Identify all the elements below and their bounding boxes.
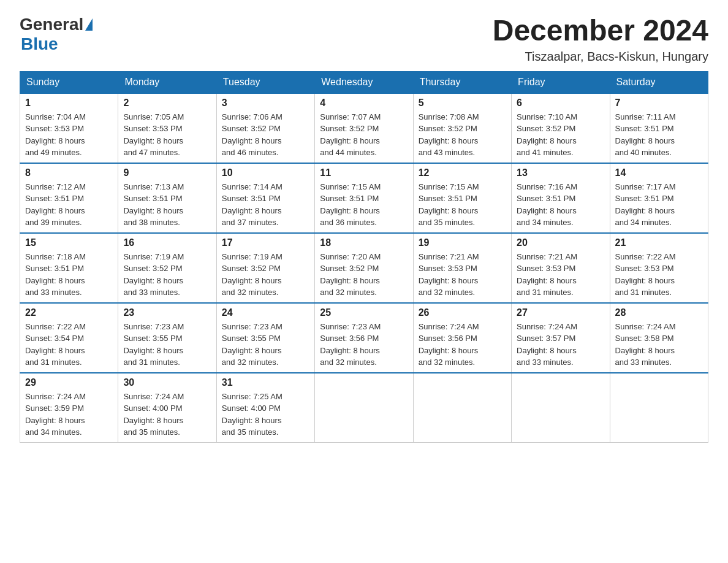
day-number: 3 xyxy=(222,98,309,109)
day-info: Sunrise: 7:15 AM Sunset: 3:51 PM Dayligh… xyxy=(419,181,506,229)
calendar-week-row: 15 Sunrise: 7:18 AM Sunset: 3:51 PM Dayl… xyxy=(20,233,708,303)
calendar-day-cell: 28 Sunrise: 7:24 AM Sunset: 3:58 PM Dayl… xyxy=(610,303,708,373)
day-number: 25 xyxy=(320,307,408,318)
calendar-day-cell: 23 Sunrise: 7:23 AM Sunset: 3:55 PM Dayl… xyxy=(118,303,216,373)
calendar-week-row: 22 Sunrise: 7:22 AM Sunset: 3:54 PM Dayl… xyxy=(20,303,708,373)
day-info: Sunrise: 7:24 AM Sunset: 3:56 PM Dayligh… xyxy=(419,321,506,369)
day-info: Sunrise: 7:23 AM Sunset: 3:55 PM Dayligh… xyxy=(123,321,211,369)
calendar-day-cell: 19 Sunrise: 7:21 AM Sunset: 3:53 PM Dayl… xyxy=(413,233,511,303)
calendar-day-cell: 11 Sunrise: 7:15 AM Sunset: 3:51 PM Dayl… xyxy=(315,163,413,233)
calendar-day-cell: 14 Sunrise: 7:17 AM Sunset: 3:51 PM Dayl… xyxy=(610,163,708,233)
day-of-week-header: Thursday xyxy=(413,71,511,93)
day-number: 18 xyxy=(320,237,408,248)
day-number: 5 xyxy=(419,98,506,109)
day-info: Sunrise: 7:20 AM Sunset: 3:52 PM Dayligh… xyxy=(320,251,408,299)
logo-blue-text: Blue xyxy=(21,34,58,54)
day-info: Sunrise: 7:12 AM Sunset: 3:51 PM Dayligh… xyxy=(25,181,113,229)
day-number: 1 xyxy=(25,98,113,109)
calendar-day-cell: 2 Sunrise: 7:05 AM Sunset: 3:53 PM Dayli… xyxy=(118,93,216,163)
day-number: 28 xyxy=(615,307,703,318)
calendar-day-cell xyxy=(512,373,610,443)
day-info: Sunrise: 7:06 AM Sunset: 3:52 PM Dayligh… xyxy=(222,111,309,159)
calendar-day-cell xyxy=(315,373,413,443)
day-of-week-header: Friday xyxy=(512,71,610,93)
day-number: 24 xyxy=(222,307,309,318)
calendar-day-cell: 24 Sunrise: 7:23 AM Sunset: 3:55 PM Dayl… xyxy=(216,303,314,373)
location-subtitle: Tiszaalpar, Bacs-Kiskun, Hungary xyxy=(493,50,708,64)
day-info: Sunrise: 7:22 AM Sunset: 3:54 PM Dayligh… xyxy=(25,321,113,369)
calendar-week-row: 8 Sunrise: 7:12 AM Sunset: 3:51 PM Dayli… xyxy=(20,163,708,233)
calendar-day-cell: 3 Sunrise: 7:06 AM Sunset: 3:52 PM Dayli… xyxy=(216,93,314,163)
day-number: 7 xyxy=(615,98,703,109)
day-number: 14 xyxy=(615,167,703,178)
calendar-table: SundayMondayTuesdayWednesdayThursdayFrid… xyxy=(20,71,708,443)
day-info: Sunrise: 7:11 AM Sunset: 3:51 PM Dayligh… xyxy=(615,111,703,159)
calendar-day-cell: 18 Sunrise: 7:20 AM Sunset: 3:52 PM Dayl… xyxy=(315,233,413,303)
day-number: 11 xyxy=(320,167,408,178)
calendar-day-cell: 17 Sunrise: 7:19 AM Sunset: 3:52 PM Dayl… xyxy=(216,233,314,303)
calendar-day-cell xyxy=(610,373,708,443)
calendar-day-cell: 22 Sunrise: 7:22 AM Sunset: 3:54 PM Dayl… xyxy=(20,303,118,373)
day-info: Sunrise: 7:16 AM Sunset: 3:51 PM Dayligh… xyxy=(517,181,604,229)
day-info: Sunrise: 7:15 AM Sunset: 3:51 PM Dayligh… xyxy=(320,181,408,229)
day-info: Sunrise: 7:21 AM Sunset: 3:53 PM Dayligh… xyxy=(419,251,506,299)
day-info: Sunrise: 7:22 AM Sunset: 3:53 PM Dayligh… xyxy=(615,251,703,299)
day-number: 16 xyxy=(123,237,211,248)
calendar-day-cell: 27 Sunrise: 7:24 AM Sunset: 3:57 PM Dayl… xyxy=(512,303,610,373)
calendar-day-cell: 7 Sunrise: 7:11 AM Sunset: 3:51 PM Dayli… xyxy=(610,93,708,163)
day-number: 20 xyxy=(517,237,604,248)
day-info: Sunrise: 7:18 AM Sunset: 3:51 PM Dayligh… xyxy=(25,251,113,299)
day-info: Sunrise: 7:14 AM Sunset: 3:51 PM Dayligh… xyxy=(222,181,309,229)
day-number: 6 xyxy=(517,98,604,109)
calendar-day-cell: 16 Sunrise: 7:19 AM Sunset: 3:52 PM Dayl… xyxy=(118,233,216,303)
day-number: 19 xyxy=(419,237,506,248)
calendar-day-cell: 8 Sunrise: 7:12 AM Sunset: 3:51 PM Dayli… xyxy=(20,163,118,233)
title-block: December 2024 Tiszaalpar, Bacs-Kiskun, H… xyxy=(493,15,708,64)
day-info: Sunrise: 7:07 AM Sunset: 3:52 PM Dayligh… xyxy=(320,111,408,159)
calendar-day-cell xyxy=(413,373,511,443)
calendar-day-cell: 25 Sunrise: 7:23 AM Sunset: 3:56 PM Dayl… xyxy=(315,303,413,373)
day-number: 4 xyxy=(320,98,408,109)
day-info: Sunrise: 7:23 AM Sunset: 3:55 PM Dayligh… xyxy=(222,321,309,369)
day-number: 31 xyxy=(222,377,309,388)
day-info: Sunrise: 7:13 AM Sunset: 3:51 PM Dayligh… xyxy=(123,181,211,229)
page-header: General Blue December 2024 Tiszaalpar, B… xyxy=(20,15,708,64)
day-of-week-header: Monday xyxy=(118,71,216,93)
day-number: 15 xyxy=(25,237,113,248)
calendar-day-cell: 21 Sunrise: 7:22 AM Sunset: 3:53 PM Dayl… xyxy=(610,233,708,303)
calendar-day-cell: 12 Sunrise: 7:15 AM Sunset: 3:51 PM Dayl… xyxy=(413,163,511,233)
calendar-day-cell: 31 Sunrise: 7:25 AM Sunset: 4:00 PM Dayl… xyxy=(216,373,314,443)
day-of-week-header: Tuesday xyxy=(216,71,314,93)
day-info: Sunrise: 7:21 AM Sunset: 3:53 PM Dayligh… xyxy=(517,251,604,299)
day-info: Sunrise: 7:19 AM Sunset: 3:52 PM Dayligh… xyxy=(222,251,309,299)
day-info: Sunrise: 7:05 AM Sunset: 3:53 PM Dayligh… xyxy=(123,111,211,159)
calendar-day-cell: 20 Sunrise: 7:21 AM Sunset: 3:53 PM Dayl… xyxy=(512,233,610,303)
day-info: Sunrise: 7:24 AM Sunset: 3:57 PM Dayligh… xyxy=(517,321,604,369)
day-info: Sunrise: 7:24 AM Sunset: 3:58 PM Dayligh… xyxy=(615,321,703,369)
day-info: Sunrise: 7:19 AM Sunset: 3:52 PM Dayligh… xyxy=(123,251,211,299)
day-number: 10 xyxy=(222,167,309,178)
calendar-day-cell: 15 Sunrise: 7:18 AM Sunset: 3:51 PM Dayl… xyxy=(20,233,118,303)
calendar-day-cell: 29 Sunrise: 7:24 AM Sunset: 3:59 PM Dayl… xyxy=(20,373,118,443)
day-number: 13 xyxy=(517,167,604,178)
day-number: 12 xyxy=(419,167,506,178)
day-info: Sunrise: 7:24 AM Sunset: 3:59 PM Dayligh… xyxy=(25,391,113,439)
calendar-day-cell: 4 Sunrise: 7:07 AM Sunset: 3:52 PM Dayli… xyxy=(315,93,413,163)
day-number: 21 xyxy=(615,237,703,248)
day-number: 8 xyxy=(25,167,113,178)
logo-triangle-icon xyxy=(85,18,93,31)
day-of-week-header: Sunday xyxy=(20,71,118,93)
day-info: Sunrise: 7:23 AM Sunset: 3:56 PM Dayligh… xyxy=(320,321,408,369)
calendar-day-cell: 5 Sunrise: 7:08 AM Sunset: 3:52 PM Dayli… xyxy=(413,93,511,163)
calendar-day-cell: 10 Sunrise: 7:14 AM Sunset: 3:51 PM Dayl… xyxy=(216,163,314,233)
day-info: Sunrise: 7:25 AM Sunset: 4:00 PM Dayligh… xyxy=(222,391,309,439)
calendar-day-cell: 9 Sunrise: 7:13 AM Sunset: 3:51 PM Dayli… xyxy=(118,163,216,233)
day-of-week-header: Wednesday xyxy=(315,71,413,93)
month-year-title: December 2024 xyxy=(493,15,708,47)
day-number: 26 xyxy=(419,307,506,318)
calendar-day-cell: 6 Sunrise: 7:10 AM Sunset: 3:52 PM Dayli… xyxy=(512,93,610,163)
day-number: 2 xyxy=(123,98,211,109)
day-info: Sunrise: 7:24 AM Sunset: 4:00 PM Dayligh… xyxy=(123,391,211,439)
calendar-day-cell: 26 Sunrise: 7:24 AM Sunset: 3:56 PM Dayl… xyxy=(413,303,511,373)
day-info: Sunrise: 7:04 AM Sunset: 3:53 PM Dayligh… xyxy=(25,111,113,159)
